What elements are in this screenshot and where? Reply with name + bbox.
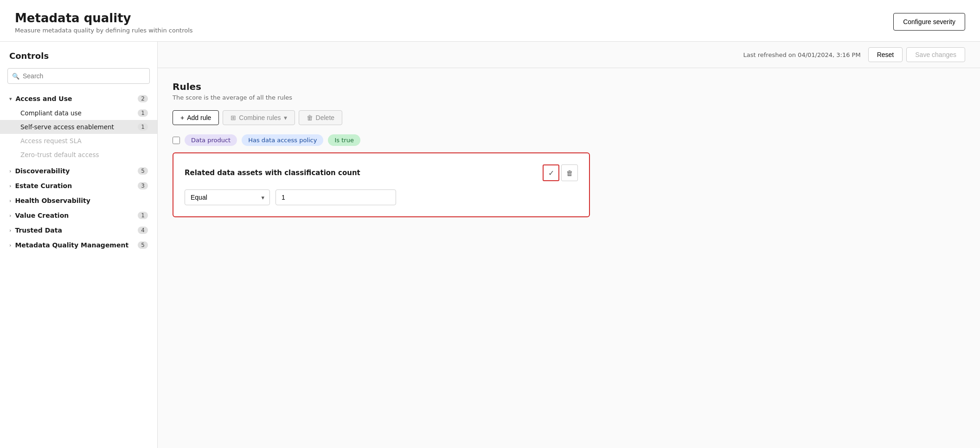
- nav-group-label: Estate Curation: [15, 182, 72, 189]
- chevron-right-icon: ›: [9, 242, 11, 248]
- sidebar-item-self-serve-access[interactable]: Self-serve access enablement 1: [0, 120, 157, 134]
- search-icon: 🔍: [12, 73, 19, 80]
- top-header: Metadata quality Measure metadata qualit…: [0, 0, 980, 42]
- rules-title: Rules: [173, 81, 965, 92]
- nav-group-header-discoverability[interactable]: › Discoverability 5: [0, 164, 157, 178]
- nav-group-header-trusted-data[interactable]: › Trusted Data 4: [0, 223, 157, 238]
- nav-group-badge: 1: [138, 212, 148, 219]
- sidebar-item-label: Self-serve access enablement: [20, 123, 114, 131]
- sidebar: Controls 🔍 ▾ Access and Use 2 Compliant …: [0, 42, 158, 448]
- sidebar-item-zero-trust: Zero-trust default access: [0, 148, 157, 162]
- sidebar-item-badge: 1: [138, 109, 148, 117]
- nav-group-header-estate-curation[interactable]: › Estate Curation 3: [0, 178, 157, 193]
- nav-group-header-access-and-use[interactable]: ▾ Access and Use 2: [0, 91, 157, 106]
- condition-select-wrapper: Equal Not equal Greater than Less than G…: [185, 189, 270, 205]
- sidebar-item-label: Access request SLA: [20, 137, 82, 145]
- chevron-right-icon: ›: [9, 213, 11, 219]
- sidebar-title: Controls: [0, 51, 157, 68]
- nav-group-health-observability: › Health Observability: [0, 193, 157, 208]
- nav-group-metadata-quality-management: › Metadata Quality Management 5: [0, 238, 157, 252]
- delete-label: Delete: [316, 114, 334, 121]
- page-subtitle: Measure metadata quality by defining rul…: [15, 27, 193, 34]
- nav-group-access-and-use: ▾ Access and Use 2 Compliant data use 1 …: [0, 91, 157, 164]
- chevron-down-icon: ▾: [284, 114, 287, 121]
- last-refreshed-label: Last refreshed on 04/01/2024, 3:16 PM: [743, 51, 860, 58]
- nav-group-header-health-observability[interactable]: › Health Observability: [0, 193, 157, 208]
- sidebar-item-label: Compliant data use: [20, 109, 82, 117]
- nav-group-label: Value Creation: [15, 212, 69, 219]
- rule-delete-button[interactable]: 🗑: [561, 164, 578, 181]
- nav-group-badge: 5: [138, 167, 148, 175]
- tag-has-data-access-policy: Has data access policy: [242, 134, 323, 146]
- chevron-right-icon: ›: [9, 168, 11, 174]
- sidebar-item-label: Zero-trust default access: [20, 151, 99, 158]
- nav-group-label: Discoverability: [15, 167, 70, 175]
- nav-group-value-creation: › Value Creation 1: [0, 208, 157, 223]
- configure-severity-button[interactable]: Configure severity: [893, 13, 965, 31]
- main-layout: Controls 🔍 ▾ Access and Use 2 Compliant …: [0, 42, 980, 448]
- value-input[interactable]: [275, 189, 396, 205]
- rule-row-checkbox[interactable]: [173, 137, 180, 144]
- delete-button[interactable]: 🗑 Delete: [299, 110, 342, 125]
- nav-group-label: Metadata Quality Management: [15, 241, 128, 249]
- nav-group-discoverability: › Discoverability 5: [0, 164, 157, 178]
- rule-card: Related data assets with classification …: [173, 152, 590, 217]
- combine-icon: ⊞: [231, 114, 236, 121]
- nav-group-estate-curation: › Estate Curation 3: [0, 178, 157, 193]
- tag-data-product: Data product: [185, 134, 237, 146]
- nav-group-badge: 4: [138, 227, 148, 234]
- sidebar-item-badge: 1: [138, 123, 148, 131]
- main-content: Last refreshed on 04/01/2024, 3:16 PM Re…: [158, 42, 980, 448]
- rules-subtitle: The score is the average of all the rule…: [173, 94, 965, 101]
- reset-button[interactable]: Reset: [868, 47, 903, 62]
- nav-group-header-value-creation[interactable]: › Value Creation 1: [0, 208, 157, 223]
- content-toolbar: Last refreshed on 04/01/2024, 3:16 PM Re…: [158, 42, 980, 68]
- rules-actions: + Add rule ⊞ Combine rules ▾ 🗑 Delete: [173, 110, 965, 125]
- save-changes-button[interactable]: Save changes: [906, 47, 965, 62]
- chevron-right-icon: ›: [9, 227, 11, 233]
- rule-card-title: Related data assets with classification …: [185, 169, 360, 177]
- rule-confirm-button[interactable]: ✓: [543, 164, 559, 181]
- search-box: 🔍: [7, 68, 150, 84]
- nav-group-label: Trusted Data: [15, 227, 62, 234]
- chevron-right-icon: ›: [9, 198, 11, 204]
- nav-group-trusted-data: › Trusted Data 4: [0, 223, 157, 238]
- combine-rules-label: Combine rules: [239, 114, 281, 121]
- nav-group-badge: 3: [138, 182, 148, 189]
- checkmark-icon: ✓: [548, 169, 554, 177]
- condition-select[interactable]: Equal Not equal Greater than Less than G…: [185, 189, 270, 205]
- app-container: Metadata quality Measure metadata qualit…: [0, 0, 980, 448]
- nav-group-label: Access and Use: [16, 95, 72, 102]
- nav-sub-items-access-and-use: Compliant data use 1 Self-serve access e…: [0, 106, 157, 164]
- rule-card-body: Equal Not equal Greater than Less than G…: [185, 189, 578, 205]
- add-rule-button[interactable]: + Add rule: [173, 110, 219, 125]
- nav-group-badge: 5: [138, 241, 148, 249]
- rules-section: Rules The score is the average of all th…: [158, 68, 980, 230]
- search-input[interactable]: [7, 68, 150, 84]
- chevron-right-icon: ›: [9, 183, 11, 189]
- nav-group-header-metadata-quality-management[interactable]: › Metadata Quality Management 5: [0, 238, 157, 252]
- combine-rules-button[interactable]: ⊞ Combine rules ▾: [223, 110, 295, 125]
- sidebar-item-access-request-sla: Access request SLA: [0, 134, 157, 148]
- rule-card-actions: ✓ 🗑: [543, 164, 578, 181]
- add-rule-label: Add rule: [187, 114, 211, 121]
- trash-icon: 🗑: [566, 169, 573, 177]
- trash-icon: 🗑: [307, 114, 313, 121]
- page-title: Metadata quality: [15, 11, 193, 25]
- sidebar-item-compliant-data-use[interactable]: Compliant data use 1: [0, 106, 157, 120]
- plus-icon: +: [180, 114, 184, 121]
- nav-group-label: Health Observability: [15, 197, 90, 204]
- chevron-down-icon: ▾: [9, 96, 12, 102]
- header-left: Metadata quality Measure metadata qualit…: [15, 11, 193, 34]
- rule-card-header: Related data assets with classification …: [185, 164, 578, 181]
- rule-row: Data product Has data access policy Is t…: [173, 134, 965, 146]
- tag-is-true: Is true: [328, 134, 360, 146]
- nav-group-badge: 2: [138, 95, 148, 102]
